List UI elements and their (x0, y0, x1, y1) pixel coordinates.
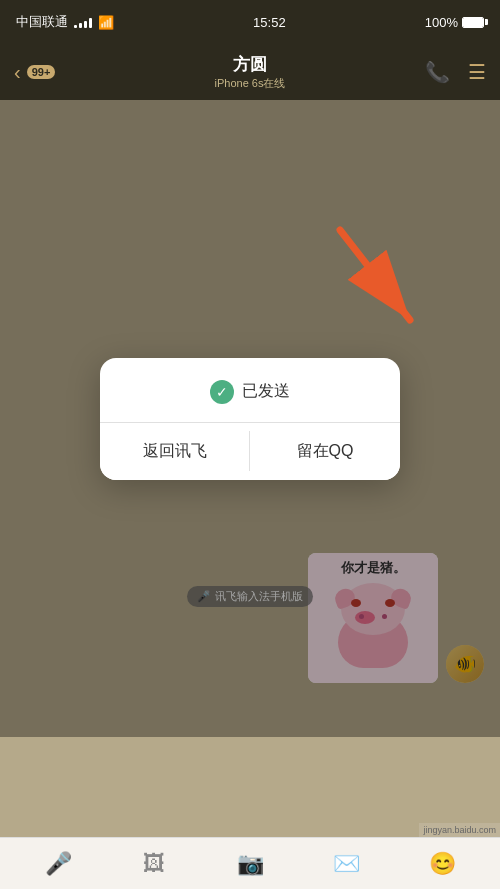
wifi-icon: 📶 (98, 15, 114, 30)
return-button[interactable]: 返回讯飞 (100, 423, 250, 480)
call-icon[interactable]: 📞 (425, 60, 450, 84)
message-badge: 99+ (27, 65, 56, 79)
status-left: 中国联通 📶 (16, 13, 114, 31)
status-right: 100% (425, 15, 484, 30)
mail-button[interactable]: ✉️ (325, 843, 367, 885)
signal-icon (74, 16, 92, 28)
battery-icon (462, 17, 484, 28)
back-icon[interactable]: ‹ (14, 61, 21, 84)
nav-left[interactable]: ‹ 99+ (14, 61, 55, 84)
svg-line-1 (340, 230, 410, 320)
image-button[interactable]: 🖼 (133, 843, 175, 885)
arrow-annotation (320, 220, 440, 340)
modal-sent-label: 已发送 (242, 381, 290, 402)
bottom-toolbar: 🎤 🖼 📷 ✉️ 😊 jingyan.baidu.com (0, 837, 500, 889)
sent-check-icon: ✓ (210, 380, 234, 404)
modal-top: ✓ 已发送 (100, 358, 400, 423)
modal-card: ✓ 已发送 返回讯飞 留在QQ (100, 358, 400, 480)
stay-button[interactable]: 留在QQ (250, 423, 400, 480)
modal-actions: 返回讯飞 留在QQ (100, 423, 400, 480)
carrier-label: 中国联通 (16, 13, 68, 31)
mic-button[interactable]: 🎤 (37, 843, 79, 885)
nav-bar: ‹ 99+ 方圆 iPhone 6s在线 📞 ☰ (0, 44, 500, 100)
status-time: 15:52 (253, 15, 286, 30)
nav-right[interactable]: 📞 ☰ (425, 60, 486, 84)
status-bar: 中国联通 📶 15:52 100% (0, 0, 500, 44)
watermark: jingyan.baidu.com (419, 823, 500, 837)
emoji-button[interactable]: 😊 (421, 843, 463, 885)
camera-button[interactable]: 📷 (229, 843, 271, 885)
battery-fill (463, 18, 483, 27)
modal-overlay: ✓ 已发送 返回讯飞 留在QQ (0, 100, 500, 737)
nav-center: 方圆 iPhone 6s在线 (215, 53, 286, 91)
menu-icon[interactable]: ☰ (468, 60, 486, 84)
chat-title: 方圆 (215, 53, 286, 76)
battery-percent: 100% (425, 15, 458, 30)
chat-subtitle: iPhone 6s在线 (215, 76, 286, 91)
